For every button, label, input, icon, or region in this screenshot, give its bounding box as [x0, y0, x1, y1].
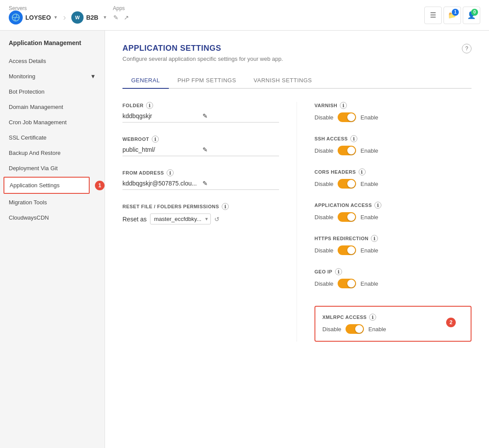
sidebar-item-cloudways-cdn[interactable]: CloudwaysCDN — [0, 210, 105, 225]
sidebar-item-app-settings-wrapper: Application Settings 1 — [0, 176, 105, 195]
sidebar-item-label-domain-management: Domain Management — [9, 104, 63, 110]
tabs: GENERAL PHP FPM SETTINGS VARNISH SETTING… — [122, 73, 472, 89]
cors-enable-label: Enable — [360, 181, 378, 187]
reset-permissions-setting: RESET FILE / FOLDERS PERMISSIONS ℹ Reset… — [122, 203, 279, 224]
app-access-info-icon[interactable]: ℹ — [374, 202, 381, 209]
app-access-label: APPLICATION ACCESS ℹ — [314, 202, 472, 209]
https-setting: HTTPS REDIRECTION ℹ Disable Enable — [314, 235, 472, 255]
sidebar-title: Application Management — [0, 39, 105, 53]
ssh-access-setting: SSH ACCESS ℹ Disable Enable — [314, 135, 472, 155]
sidebar-item-label-backup: Backup And Restore — [9, 150, 61, 156]
settings-grid: FOLDER ℹ kddbqgskjr ✎ WEBROOT ℹ pu — [122, 102, 472, 342]
annotation-badge-2: 2 — [446, 318, 456, 327]
xmlrpc-wrapper: XMLRPC ACCESS ℹ Disable Enable 2 — [314, 301, 472, 342]
docs-icon: ☰ — [430, 11, 436, 19]
sidebar-item-app-settings[interactable]: Application Settings — [4, 178, 89, 193]
edit-app-icon[interactable]: ✎ — [113, 14, 119, 21]
sidebar-item-label-migration: Migration Tools — [9, 199, 47, 206]
reset-info-icon[interactable]: ℹ — [222, 203, 229, 210]
tab-general[interactable]: GENERAL — [122, 73, 169, 89]
reset-select-wrapper: master_eccfdbky... ▼ — [150, 214, 211, 224]
from-address-setting: FROM ADDRESS ℹ kddbqgskjr@507875.clou...… — [122, 169, 279, 190]
varnish-enable-label: Enable — [360, 114, 378, 121]
servers-label: Servers — [9, 5, 27, 11]
cors-disable-label: Disable — [314, 181, 333, 187]
sidebar: Application Management Access Details Mo… — [0, 31, 105, 448]
https-toggle-row: Disable Enable — [314, 245, 472, 255]
folder-label: FOLDER ℹ — [122, 102, 279, 109]
sidebar-item-monitoring[interactable]: Monitoring ▼ — [0, 69, 105, 84]
cors-toggle-row: Disable Enable — [314, 179, 472, 189]
reset-select[interactable]: master_eccfdbky... — [150, 214, 211, 224]
webroot-label: WEBROOT ℹ — [122, 136, 279, 143]
user-button[interactable]: 👤 0 — [463, 7, 480, 24]
docs-button[interactable]: ☰ — [424, 7, 442, 24]
https-enable-label: Enable — [360, 247, 378, 254]
from-address-label: FROM ADDRESS ℹ — [122, 169, 279, 176]
sidebar-item-cron-job[interactable]: Cron Job Management — [0, 115, 105, 130]
cors-toggle[interactable] — [338, 179, 356, 189]
sidebar-item-backup[interactable]: Backup And Restore — [0, 145, 105, 161]
help-icon[interactable]: ? — [462, 44, 472, 53]
ssh-info-icon[interactable]: ℹ — [350, 135, 357, 142]
ssh-toggle-row: Disable Enable — [314, 146, 472, 155]
varnish-toggle[interactable] — [338, 112, 356, 122]
geo-ip-info-icon[interactable]: ℹ — [335, 268, 342, 275]
sidebar-item-label-app-settings: Application Settings — [10, 182, 59, 189]
sidebar-item-migration[interactable]: Migration Tools — [0, 195, 105, 210]
sidebar-item-bot-protection[interactable]: Bot Protection — [0, 84, 105, 99]
monitoring-arrow: ▼ — [90, 73, 96, 80]
server-dropdown-arrow[interactable]: ▼ — [53, 15, 58, 20]
varnish-setting: VARNISH ℹ Disable Enable — [314, 102, 472, 122]
xmlrpc-toggle[interactable] — [346, 324, 364, 334]
geo-ip-setting: GEO IP ℹ Disable Enable — [314, 268, 472, 288]
sidebar-item-ssl[interactable]: SSL Certificate — [0, 130, 105, 145]
folder-badge: 1 — [452, 9, 459, 16]
settings-left: FOLDER ℹ kddbqgskjr ✎ WEBROOT ℹ pu — [122, 102, 297, 342]
folder-button[interactable]: 📁 1 — [444, 7, 461, 24]
ssh-disable-label: Disable — [314, 147, 333, 154]
geo-ip-enable-label: Enable — [360, 280, 378, 287]
app-item[interactable]: W B2B ▼ ✎ ↗ — [71, 11, 129, 24]
app-dropdown-arrow[interactable]: ▼ — [103, 15, 107, 20]
wp-logo: W — [71, 11, 84, 24]
server-item[interactable]: LOYSEO ▼ — [9, 10, 58, 24]
sidebar-item-access-details[interactable]: Access Details — [0, 53, 105, 69]
sidebar-item-deployment[interactable]: Deployment Via Git — [0, 161, 105, 176]
annotation-badge-1: 1 — [95, 181, 105, 190]
app-access-toggle[interactable] — [338, 212, 356, 222]
refresh-icon[interactable]: ↺ — [214, 216, 220, 223]
tab-varnish[interactable]: VARNISH SETTINGS — [245, 73, 321, 89]
geo-ip-label: GEO IP ℹ — [314, 268, 472, 275]
from-address-info-icon[interactable]: ℹ — [167, 169, 174, 176]
from-address-input-row: kddbqgskjr@507875.clou... ✎ — [122, 180, 279, 190]
geo-ip-toggle[interactable] — [338, 279, 356, 288]
cors-info-icon[interactable]: ℹ — [359, 168, 366, 175]
xmlrpc-info-icon[interactable]: ℹ — [369, 314, 376, 321]
geo-ip-disable-label: Disable — [314, 280, 333, 287]
app-access-disable-label: Disable — [314, 214, 333, 220]
ssh-toggle[interactable] — [338, 146, 356, 155]
tab-php-fpm[interactable]: PHP FPM SETTINGS — [169, 73, 245, 89]
webroot-info-icon[interactable]: ℹ — [152, 136, 159, 143]
folder-edit-icon[interactable]: ✎ — [203, 112, 279, 119]
ssh-enable-label: Enable — [360, 147, 378, 154]
webroot-edit-icon[interactable]: ✎ — [203, 146, 279, 153]
cors-setting: CORS Headers ℹ Disable Enable — [314, 168, 472, 189]
varnish-info-icon[interactable]: ℹ — [340, 102, 347, 109]
apps-label: Apps — [113, 5, 125, 11]
external-link-icon[interactable]: ↗ — [124, 14, 129, 21]
https-info-icon[interactable]: ℹ — [371, 235, 378, 242]
geo-ip-toggle-row: Disable Enable — [314, 279, 472, 288]
xmlrpc-toggle-row: Disable Enable — [322, 324, 464, 334]
sidebar-item-label-ssl: SSL Certificate — [9, 134, 46, 141]
page-title: APPLICATION SETTINGS — [122, 44, 283, 53]
webroot-input-row: public_html/ ✎ — [122, 146, 279, 156]
https-toggle[interactable] — [338, 245, 356, 255]
from-address-edit-icon[interactable]: ✎ — [203, 180, 279, 187]
folder-info-icon[interactable]: ℹ — [146, 102, 153, 109]
varnish-label: VARNISH ℹ — [314, 102, 472, 109]
folder-value: kddbqgskjr — [122, 112, 199, 119]
sidebar-item-domain-management[interactable]: Domain Management — [0, 99, 105, 115]
app-access-setting: APPLICATION ACCESS ℹ Disable Enable — [314, 202, 472, 222]
